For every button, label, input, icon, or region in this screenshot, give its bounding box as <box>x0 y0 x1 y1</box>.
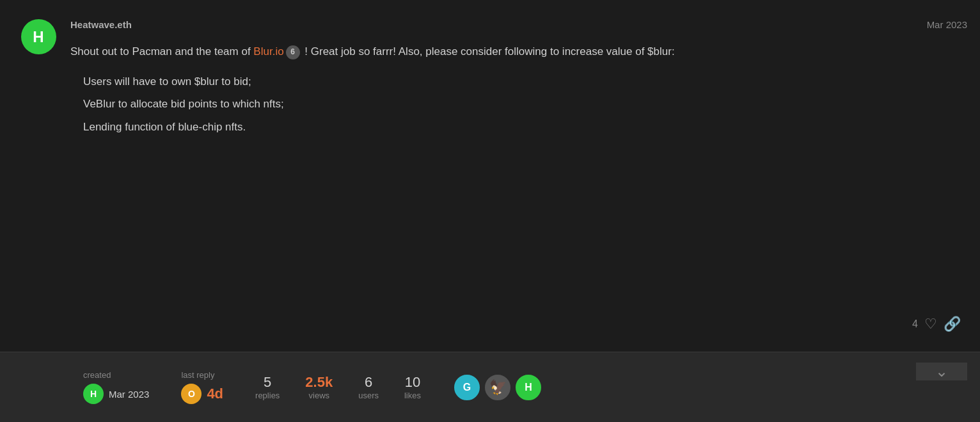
likes-label: likes <box>404 391 421 400</box>
participant-avatars: G 🦅 H <box>453 373 542 402</box>
list-item: VeBlur to allocate bid points to which n… <box>83 95 967 113</box>
post-date: Mar 2023 <box>927 19 967 30</box>
post-actions: 4 ♡ 🔗 <box>912 316 961 332</box>
created-label: created <box>83 370 111 380</box>
last-reply-with-avatar: O 4d <box>181 384 223 404</box>
views-count: 2.5k <box>305 374 333 391</box>
likes-stat: 10 likes <box>404 374 421 400</box>
likes-count: 10 <box>405 374 420 391</box>
post-header: Heatwave.eth Mar 2023 <box>70 19 967 30</box>
participant-avatar-g: G <box>453 373 481 402</box>
like-count: 4 <box>912 318 918 330</box>
avatar: H <box>21 19 56 54</box>
avatar-column: H <box>13 19 64 339</box>
blur-link[interactable]: Blur.io <box>253 45 283 58</box>
post-body: H Heatwave.eth Mar 2023 Shout out to Pac… <box>0 0 980 352</box>
share-icon[interactable]: 🔗 <box>944 316 961 332</box>
replies-count: 5 <box>264 374 271 391</box>
list-item: Lending function of blue-chip nfts. <box>83 118 967 136</box>
post-container: H Heatwave.eth Mar 2023 Shout out to Pac… <box>0 0 980 422</box>
username: Heatwave.eth <box>70 19 132 30</box>
users-label: users <box>358 391 379 400</box>
created-with-avatar: H Mar 2023 <box>83 384 149 404</box>
heart-icon[interactable]: ♡ <box>924 316 937 332</box>
users-stat: 6 users <box>358 374 379 400</box>
views-label: views <box>309 391 330 400</box>
text-before-link: Shout out to Pacman and the team of <box>70 45 253 58</box>
participant-avatar-h: H <box>514 373 542 402</box>
post-text: Shout out to Pacman and the team of Blur… <box>70 43 967 136</box>
last-reply-avatar: O <box>181 384 202 404</box>
post-content: Heatwave.eth Mar 2023 Shout out to Pacma… <box>64 19 967 339</box>
replies-label: replies <box>255 391 280 400</box>
created-date: Mar 2023 <box>109 389 149 400</box>
last-reply-label: last reply <box>181 370 214 380</box>
participant-avatar-bird: 🦅 <box>484 373 512 402</box>
link-badge: 6 <box>286 45 300 59</box>
post-footer: created H Mar 2023 last reply O 4d 5 rep… <box>0 352 980 422</box>
chevron-down-icon: ⌄ <box>935 363 948 380</box>
replies-stat: 5 replies <box>255 374 280 400</box>
list-item: Users will have to own $blur to bid; <box>83 73 967 90</box>
views-stat: 2.5k views <box>305 374 333 400</box>
users-count: 6 <box>365 374 372 391</box>
created-section: created H Mar 2023 <box>83 370 149 404</box>
creator-avatar: H <box>83 384 104 404</box>
post-list: Users will have to own $blur to bid; VeB… <box>70 73 967 136</box>
last-reply-value: 4d <box>207 386 223 402</box>
text-after-link: ! Great job so farrr! Also, please consi… <box>302 45 675 58</box>
expand-button[interactable]: ⌄ <box>916 363 967 380</box>
last-reply-section: last reply O 4d <box>181 370 223 404</box>
